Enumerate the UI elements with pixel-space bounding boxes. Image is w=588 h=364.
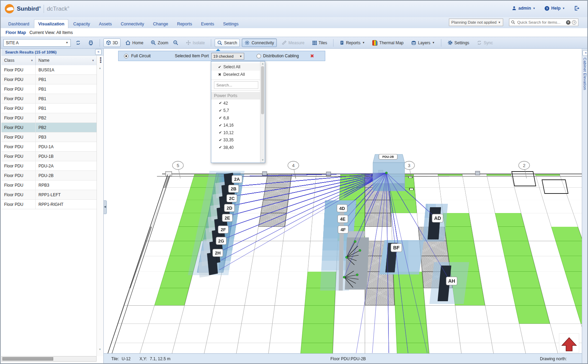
- power-port-option[interactable]: ✔10,12: [211, 129, 260, 137]
- table-row[interactable]: Floor PDURPP1-RIGHT: [1, 200, 97, 209]
- table-row[interactable]: Floor PDURPP1-LEFT: [1, 190, 97, 200]
- table-row[interactable]: Floor PDUPDU-2B: [1, 171, 97, 180]
- hscroll-thumb[interactable]: [2, 357, 53, 361]
- dropdown-scroll-down-icon[interactable]: ▼: [261, 158, 264, 162]
- power-port-option[interactable]: ✔33,35: [211, 137, 260, 144]
- sidebar-splitter-handle[interactable]: ◀: [104, 200, 107, 214]
- port-search-box: [214, 81, 258, 89]
- power-port-option[interactable]: ✔5,7: [211, 107, 260, 115]
- power-port-option[interactable]: ✔6,8: [211, 114, 260, 122]
- measure-button[interactable]: Measure: [279, 38, 307, 47]
- checked-icon: ✔: [219, 138, 222, 142]
- help-menu[interactable]: ? Help▼: [544, 6, 565, 11]
- close-connectivity-icon[interactable]: ✖: [310, 53, 314, 59]
- tab-connectivity[interactable]: Connectivity: [117, 19, 148, 28]
- tab-visualization[interactable]: Visualization: [34, 19, 68, 28]
- tiles-label: Tiles: [319, 40, 327, 45]
- rack-label-BF-text: BF: [393, 245, 400, 250]
- search-button[interactable]: Search: [215, 39, 240, 47]
- table-row[interactable]: Floor PDUPB3: [1, 132, 97, 142]
- table-row[interactable]: Floor PDUPDU-1B: [1, 152, 97, 161]
- tiles-button[interactable]: Tiles: [309, 39, 330, 47]
- dropdown-scroll-thumb[interactable]: [261, 66, 264, 114]
- quick-search-input[interactable]: [517, 20, 565, 25]
- results-hscrollbar[interactable]: [1, 356, 97, 362]
- dropdown-scroll-up-icon[interactable]: ▲: [261, 62, 264, 65]
- table-row[interactable]: Floor PDUPB2: [1, 123, 97, 132]
- table-row[interactable]: Floor PDUPDU-2A: [1, 161, 97, 171]
- user-menu[interactable]: admin▼: [512, 6, 535, 11]
- table-row[interactable]: Floor PDUPB1: [1, 104, 97, 113]
- deselect-all-option[interactable]: ✖Deselect All: [211, 71, 260, 78]
- cell-class: Floor PDU: [1, 84, 36, 94]
- table-row[interactable]: Floor PDUPB1: [1, 94, 97, 104]
- collapse-results-button[interactable]: «: [95, 49, 102, 55]
- connectivity-button[interactable]: Connectivity: [242, 38, 276, 47]
- column-header-class[interactable]: Class▼: [1, 56, 36, 65]
- search-help-icon[interactable]: ?: [572, 20, 576, 25]
- select-all-option[interactable]: ✔Select All: [211, 63, 260, 71]
- distribution-cabling-radio[interactable]: [257, 54, 261, 58]
- cell-name: BUS01A: [36, 65, 97, 74]
- power-port-option[interactable]: ✔38,40: [211, 144, 260, 151]
- measure-label: Measure: [289, 40, 305, 45]
- dropdown-scrollbar[interactable]: ▲ ▼: [260, 61, 265, 163]
- isolate-button[interactable]: Isolate: [183, 38, 207, 47]
- print-button[interactable]: [86, 38, 96, 47]
- layers-menu-button[interactable]: Layers▼: [408, 39, 438, 47]
- column-header-name[interactable]: Name▼: [36, 56, 97, 65]
- home-button[interactable]: Home: [123, 38, 146, 47]
- circuit-line: [386, 173, 436, 218]
- breadcrumb-floor-map[interactable]: Floor Map: [5, 30, 26, 35]
- checked-icon: ✔: [219, 123, 222, 128]
- power-port-label: 42: [223, 101, 228, 106]
- site-selector[interactable]: SITE A▼: [3, 39, 71, 47]
- column-options-icon[interactable]: ●●●: [100, 57, 102, 63]
- tab-assets[interactable]: Assets: [95, 19, 116, 28]
- tab-reports[interactable]: Reports: [173, 19, 196, 28]
- scroll-up-icon[interactable]: ▲: [99, 67, 101, 70]
- 3d-label: 3D: [113, 40, 118, 45]
- zoom-out-button[interactable]: [170, 38, 181, 47]
- table-row[interactable]: Floor PDUPB1: [1, 84, 97, 94]
- measure-icon: [282, 40, 287, 45]
- reports-menu-button[interactable]: Reports▼: [337, 38, 368, 47]
- settings-button[interactable]: Settings: [445, 38, 472, 47]
- tab-capacity[interactable]: Capacity: [69, 19, 94, 28]
- logout-button[interactable]: [574, 5, 580, 11]
- table-row[interactable]: Floor PDUPB1: [1, 75, 97, 84]
- sync-button[interactable]: Sync: [474, 38, 496, 47]
- refresh-button[interactable]: [73, 38, 83, 47]
- tab-dashboard[interactable]: Dashboard: [4, 19, 33, 28]
- floor-map-canvas[interactable]: 5432PDU-2B2A2B2C2D2E2F2G2H4D4E4FADBFAH ◀…: [104, 49, 582, 353]
- user-icon: [512, 6, 517, 11]
- hovered-item-value: Floor PDU:PDU-2B: [330, 356, 366, 361]
- port-dot: [343, 276, 345, 278]
- port-search-input[interactable]: [214, 82, 258, 89]
- thermal-map-button[interactable]: Thermal Map: [370, 38, 406, 47]
- tab-change[interactable]: Change: [149, 19, 172, 28]
- table-row[interactable]: Floor PDUPDU-1A: [1, 142, 97, 152]
- cell-name: PDU-2A: [36, 161, 97, 171]
- planning-date-select[interactable]: Planning Date not applied▼: [449, 19, 503, 26]
- expand-cabinet-elevation-button[interactable]: «: [583, 50, 588, 56]
- 3d-toggle-button[interactable]: 3D: [103, 38, 121, 47]
- scroll-down-icon[interactable]: ▼: [99, 348, 101, 351]
- table-row[interactable]: Floor PDUBUS01A: [1, 65, 97, 75]
- power-port-option[interactable]: ✔42: [211, 99, 260, 107]
- port-multiselect[interactable]: 19 checked▼: [211, 53, 244, 60]
- zoom-in-button[interactable]: Zoom: [148, 38, 171, 47]
- clear-search-icon[interactable]: ✕: [566, 20, 570, 25]
- tile-label: Tile:: [111, 356, 119, 361]
- deselect-all-label: Deselect All: [223, 72, 245, 77]
- tab-settings[interactable]: Settings: [219, 19, 242, 28]
- table-row[interactable]: Floor PDURPB3: [1, 180, 97, 190]
- isolate-icon: [186, 40, 191, 45]
- cell-name: PB1: [36, 84, 97, 94]
- tab-events[interactable]: Events: [197, 19, 218, 28]
- power-port-option[interactable]: ✔14,16: [211, 122, 260, 129]
- table-row[interactable]: Floor PDUPB2: [1, 113, 97, 123]
- full-circuit-radio[interactable]: [124, 54, 128, 58]
- cell-class: Floor PDU: [1, 104, 36, 113]
- logo-divider: [44, 5, 44, 13]
